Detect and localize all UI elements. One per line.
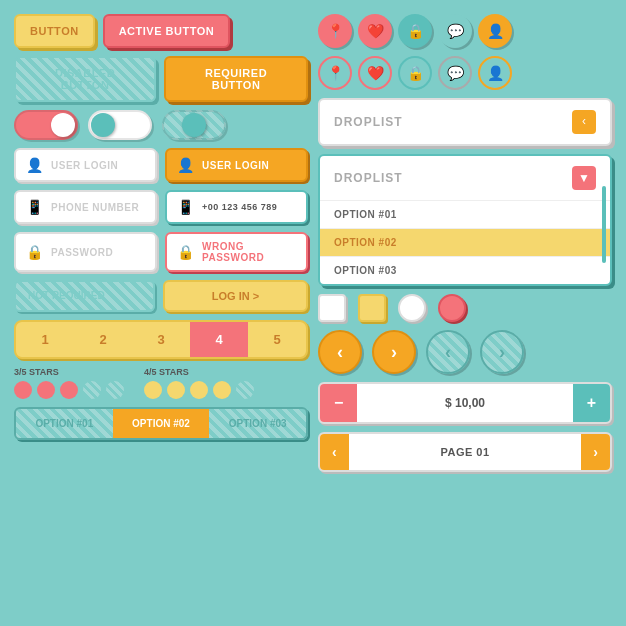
user-icon-active: 👤 xyxy=(177,157,194,173)
page-nav-value: PAGE 01 xyxy=(349,446,582,458)
toggle-thumb-on xyxy=(51,113,75,137)
phone-input[interactable]: 📱 PHONE NUMBER xyxy=(14,190,157,224)
chat-outline-btn[interactable]: 💬 xyxy=(438,56,472,90)
star-dot-yellow[interactable] xyxy=(213,381,231,399)
password-input[interactable]: 🔒 PASSWORD xyxy=(14,232,157,272)
password-group: 🔒 PASSWORD 🔒 WRONG PASSWORD xyxy=(14,232,308,272)
phone-active-input[interactable]: 📱 +00 123 456 789 xyxy=(165,190,308,224)
controls-row xyxy=(318,294,612,322)
nav-next-disabled: › xyxy=(480,330,524,374)
user-icon-btn[interactable]: 👤 xyxy=(478,14,512,48)
star-dot-disabled[interactable] xyxy=(83,381,101,399)
toggle-thumb-disabled xyxy=(182,113,206,137)
location-outline-btn[interactable]: 📍 xyxy=(318,56,352,90)
tab-3[interactable]: OPTION #03 xyxy=(209,409,306,438)
icons-row-1: 📍 ❤️ 🔒 💬 👤 xyxy=(318,14,612,48)
star-dot[interactable] xyxy=(37,381,55,399)
icons-row-2: 📍 ❤️ 🔒 💬 👤 xyxy=(318,56,612,90)
lock-icon-btn[interactable]: 🔒 xyxy=(398,14,432,48)
user-login-group: 👤 USER LOGIN 👤 USER LOGIN xyxy=(14,148,308,182)
user-login-label: USER LOGIN xyxy=(51,160,118,171)
phone-active-label: +00 123 456 789 xyxy=(202,202,277,212)
user-login-input[interactable]: 👤 USER LOGIN xyxy=(14,148,157,182)
nav-prev-disabled: ‹ xyxy=(426,330,470,374)
star-dot-disabled[interactable] xyxy=(106,381,124,399)
password-label: PASSWORD xyxy=(51,247,113,258)
droplist-header[interactable]: DROPLIST ▼ xyxy=(320,156,610,200)
heart-outline-btn[interactable]: ❤️ xyxy=(358,56,392,90)
droplist-open[interactable]: DROPLIST ▼ OPTION #01 OPTION #02 OPTION … xyxy=(318,154,612,286)
drop-option-2[interactable]: OPTION #02 xyxy=(320,229,610,256)
toggle-on[interactable] xyxy=(14,110,78,140)
toggle-disabled xyxy=(162,110,226,140)
page-nav[interactable]: ‹ PAGE 01 › xyxy=(318,432,612,472)
lock-outline-btn[interactable]: 🔒 xyxy=(398,56,432,90)
star-dot-yellow[interactable] xyxy=(167,381,185,399)
star-dot[interactable] xyxy=(60,381,78,399)
droplist-arrow-down[interactable]: ▼ xyxy=(572,166,596,190)
stars-2-dots xyxy=(144,381,254,399)
user-icon: 👤 xyxy=(26,157,43,173)
page-nav-prev[interactable]: ‹ xyxy=(320,434,349,470)
login-btn[interactable]: LOG IN > xyxy=(163,280,308,312)
buttons-row2: DISABLED BUTTON REQUIRED BUTTON xyxy=(14,56,308,102)
chat-icon-btn[interactable]: 💬 xyxy=(438,14,472,48)
star-dot[interactable] xyxy=(14,381,32,399)
star-dot-disabled[interactable] xyxy=(236,381,254,399)
tab-1[interactable]: OPTION #01 xyxy=(16,409,113,438)
user-outline-btn[interactable]: 👤 xyxy=(478,56,512,90)
page-1[interactable]: 1 xyxy=(16,322,74,357)
phone-group: 📱 PHONE NUMBER 📱 +00 123 456 789 xyxy=(14,190,308,224)
stars-section: 3/5 STARS 4/5 STARS xyxy=(14,367,308,399)
user-login-active-input[interactable]: 👤 USER LOGIN xyxy=(165,148,308,182)
location-icon-btn[interactable]: 📍 xyxy=(318,14,352,48)
radio-empty[interactable] xyxy=(398,294,426,322)
tab-2[interactable]: OPTION #02 xyxy=(113,409,210,438)
checkbox-empty[interactable] xyxy=(318,294,346,322)
radio-selected[interactable] xyxy=(438,294,466,322)
stars-group-1: 3/5 STARS xyxy=(14,367,124,399)
page-4[interactable]: 4 xyxy=(190,322,248,357)
stepper[interactable]: − $ 10,00 + xyxy=(318,382,612,424)
phone-icon: 📱 xyxy=(26,199,43,215)
stars-group-2: 4/5 STARS xyxy=(144,367,254,399)
phone-label: PHONE NUMBER xyxy=(51,202,139,213)
star-dot-yellow[interactable] xyxy=(144,381,162,399)
drop-option-1[interactable]: OPTION #01 xyxy=(320,201,610,228)
password-error-input[interactable]: 🔒 WRONG PASSWORD xyxy=(165,232,308,272)
stepper-plus[interactable]: + xyxy=(573,384,610,422)
pagination[interactable]: 1 2 3 4 5 xyxy=(14,320,308,359)
user-login-active-label: USER LOGIN xyxy=(202,160,269,171)
toggles-row xyxy=(14,110,308,140)
toggle-off[interactable] xyxy=(88,110,152,140)
page-2[interactable]: 2 xyxy=(74,322,132,357)
page-3[interactable]: 3 xyxy=(132,322,190,357)
drop-option-3[interactable]: OPTION #03 xyxy=(320,257,610,284)
nav-prev-orange[interactable]: ‹ xyxy=(318,330,362,374)
page-nav-next[interactable]: › xyxy=(581,434,610,470)
droplist-closed[interactable]: DROPLIST › xyxy=(318,98,612,146)
checkbox-checked[interactable] xyxy=(358,294,386,322)
scrollbar[interactable] xyxy=(602,186,606,263)
buttons-row: BUTTON ACTIVE BUTTON xyxy=(14,14,308,48)
droplist-arrow-left[interactable]: › xyxy=(572,110,596,134)
stepper-minus[interactable]: − xyxy=(320,384,357,422)
lock-error-icon: 🔒 xyxy=(177,244,194,260)
button-disabled: DISABLED BUTTON xyxy=(14,56,156,102)
button-default[interactable]: BUTTON xyxy=(14,14,95,48)
stars-2-label: 4/5 STARS xyxy=(144,367,254,377)
page-5[interactable]: 5 xyxy=(248,322,306,357)
star-dot-yellow[interactable] xyxy=(190,381,208,399)
toggle-thumb-off xyxy=(91,113,115,137)
button-active[interactable]: ACTIVE BUTTON xyxy=(103,14,231,48)
stepper-value: $ 10,00 xyxy=(357,396,572,410)
lock-icon: 🔒 xyxy=(26,244,43,260)
phone-icon-active: 📱 xyxy=(177,199,194,215)
not-required-btn: NOT REQUIRED xyxy=(14,280,155,312)
heart-icon-btn[interactable]: ❤️ xyxy=(358,14,392,48)
button-required[interactable]: REQUIRED BUTTON xyxy=(164,56,308,102)
nav-next-orange[interactable]: › xyxy=(372,330,416,374)
stars-1-dots xyxy=(14,381,124,399)
tabs-row[interactable]: OPTION #01 OPTION #02 OPTION #03 xyxy=(14,407,308,440)
nav-arrows-row: ‹ › ‹ › xyxy=(318,330,612,374)
